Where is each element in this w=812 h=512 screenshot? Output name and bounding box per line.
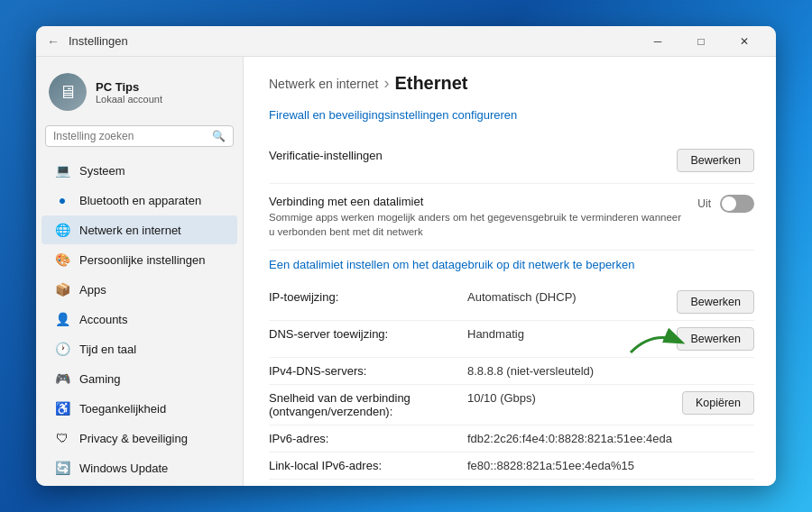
- firewall-link[interactable]: Firewall en beveiligingsinstellingen con…: [269, 108, 754, 122]
- titlebar: ← Instellingen ─ □ ✕: [36, 26, 776, 57]
- ip-value: Automatisch (DHCP): [467, 290, 677, 304]
- user-name: PC Tips: [96, 80, 162, 94]
- close-button[interactable]: ✕: [724, 27, 765, 56]
- sidebar-item-bluetooth[interactable]: ● Bluetooth en apparaten: [42, 186, 237, 215]
- netwerk-icon: 🌐: [54, 222, 70, 238]
- datalimiet-link[interactable]: Een datalimiet instellen om het datagebr…: [269, 258, 754, 271]
- sidebar-item-toegankelijkheid[interactable]: ♿ Toegankelijkheid: [42, 394, 237, 423]
- toegankelijkheid-icon: ♿: [54, 400, 70, 416]
- sidebar-item-persoonlijk[interactable]: 🎨 Persoonlijke instellingen: [42, 245, 237, 274]
- apps-icon: 📦: [54, 281, 70, 297]
- breadcrumb-current: Ethernet: [394, 73, 467, 94]
- verbinding-toggle[interactable]: [720, 195, 754, 213]
- dns-label: DNS-server toewijzing:: [269, 327, 467, 341]
- back-button[interactable]: ←: [47, 34, 60, 49]
- search-box[interactable]: 🔍: [45, 125, 234, 147]
- gaming-icon: 🎮: [54, 370, 70, 387]
- verbinding-row: Verbinding met een datalimiet Sommige ap…: [269, 184, 754, 251]
- privacy-icon: 🛡: [54, 430, 70, 446]
- green-arrow-icon: [626, 325, 689, 358]
- sidebar-label-bluetooth: Bluetooth en apparaten: [79, 194, 201, 207]
- verificatie-bewerken-button[interactable]: Bewerken: [677, 149, 754, 172]
- sidebar-item-netwerk[interactable]: 🌐 Netwerk en internet: [42, 215, 237, 244]
- sidebar-label-gaming: Gaming: [79, 372, 121, 386]
- main-panel: Netwerk en internet › Ethernet Firewall …: [244, 57, 776, 486]
- sidebar-label-netwerk: Netwerk en internet: [79, 224, 181, 237]
- sidebar-label-apps: Apps: [79, 283, 106, 297]
- verificatie-label: Verificatie-instellingen: [269, 149, 668, 162]
- window-controls: ─ □ ✕: [637, 27, 765, 56]
- bluetooth-icon: ●: [54, 192, 70, 208]
- sidebar-label-privacy: Privacy & beveiliging: [79, 432, 188, 445]
- sidebar-label-persoonlijk: Persoonlijke instellingen: [79, 253, 205, 267]
- sidebar-label-systeem: Systeem: [79, 164, 125, 178]
- main-content: 🖥 PC Tips Lokaal account 🔍 💻 Systeem ● B…: [36, 57, 776, 486]
- minimize-button[interactable]: ─: [637, 27, 678, 56]
- persoonlijk-icon: 🎨: [54, 251, 70, 268]
- snelheid-label: Snelheid van de verbinding(ontvangen/ver…: [269, 391, 467, 418]
- info-row-ipv4dns: IPv4-DNS-servers: 8.8.8.8 (niet-versleut…: [269, 358, 754, 385]
- ipv6-value: fdb2:2c26:f4e4:0:8828:821a:51ee:4eda: [467, 432, 754, 445]
- sidebar-item-gaming[interactable]: 🎮 Gaming: [42, 364, 237, 393]
- breadcrumb-parent: Netwerk en internet: [269, 77, 378, 91]
- window-title: Instellingen: [69, 34, 637, 48]
- verificatie-row: Verificatie-instellingen Bewerken: [269, 138, 754, 184]
- info-row-dns: DNS-server toewijzing: Handmatig: [269, 321, 754, 358]
- linklocal-label: Link-local IPv6-adres:: [269, 459, 467, 472]
- sidebar-item-accounts[interactable]: 👤 Accounts: [42, 305, 237, 334]
- linklocal-value: fe80::8828:821a:51ee:4eda%15: [467, 459, 754, 472]
- user-subtitle: Lokaal account: [96, 94, 162, 105]
- maximize-button[interactable]: □: [680, 27, 722, 56]
- toggle-knob: [722, 197, 736, 211]
- avatar: 🖥: [49, 73, 87, 111]
- info-row-ipv6dns: IPv6-DNS-servers: fe80::21c:42ff:fe00:18…: [269, 480, 754, 486]
- tijd-icon: 🕐: [54, 341, 70, 357]
- verbinding-label: Verbinding met een datalimiet: [269, 195, 688, 208]
- sidebar-item-tijd[interactable]: 🕐 Tijd en taal: [42, 334, 237, 363]
- info-row-linklocal: Link-local IPv6-adres: fe80::8828:821a:5…: [269, 453, 754, 480]
- update-icon: 🔄: [54, 460, 70, 476]
- sidebar: 🖥 PC Tips Lokaal account 🔍 💻 Systeem ● B…: [36, 57, 244, 486]
- ipv4dns-value: 8.8.8.8 (niet-versleuteld): [467, 364, 754, 378]
- ipv6-label: IPv6-adres:: [269, 432, 467, 445]
- sidebar-label-update: Windows Update: [79, 462, 168, 475]
- sidebar-label-tijd: Tijd en taal: [79, 343, 136, 356]
- ip-bewerken-button[interactable]: Bewerken: [677, 290, 754, 314]
- info-row-snelheid: Snelheid van de verbinding(ontvangen/ver…: [269, 385, 754, 425]
- verbinding-desc: Sommige apps werken mogelijk anders om h…: [269, 210, 688, 239]
- snelheid-value: 10/10 (Gbps): [467, 391, 682, 405]
- sidebar-label-accounts: Accounts: [79, 313, 127, 326]
- info-grid: IP-toewijzing: Automatisch (DHCP) Bewerk…: [269, 284, 754, 486]
- sidebar-label-toegankelijkheid: Toegankelijkheid: [79, 402, 166, 416]
- breadcrumb-separator: ›: [383, 74, 389, 93]
- sidebar-item-privacy[interactable]: 🛡 Privacy & beveiliging: [42, 424, 237, 453]
- user-section: 🖥 PC Tips Lokaal account: [36, 66, 243, 122]
- info-row-ipv6: IPv6-adres: fdb2:2c26:f4e4:0:8828:821a:5…: [269, 425, 754, 453]
- sidebar-item-apps[interactable]: 📦 Apps: [42, 275, 237, 304]
- settings-window: ← Instellingen ─ □ ✕ 🖥 PC Tips Lokaal ac…: [36, 26, 776, 486]
- systeem-icon: 💻: [54, 162, 70, 178]
- sidebar-item-update[interactable]: 🔄 Windows Update: [42, 453, 237, 482]
- accounts-icon: 👤: [54, 311, 70, 327]
- toggle-label: Uit: [697, 197, 711, 210]
- sidebar-item-systeem[interactable]: 💻 Systeem: [42, 156, 237, 185]
- ip-label: IP-toewijzing:: [269, 290, 467, 304]
- info-row-ip: IP-toewijzing: Automatisch (DHCP) Bewerk…: [269, 284, 754, 321]
- kopieren-button[interactable]: Kopiëren: [682, 391, 754, 415]
- search-input[interactable]: [53, 130, 212, 142]
- breadcrumb: Netwerk en internet › Ethernet: [269, 73, 754, 94]
- search-icon: 🔍: [212, 130, 226, 142]
- ipv4dns-label: IPv4-DNS-servers:: [269, 364, 467, 378]
